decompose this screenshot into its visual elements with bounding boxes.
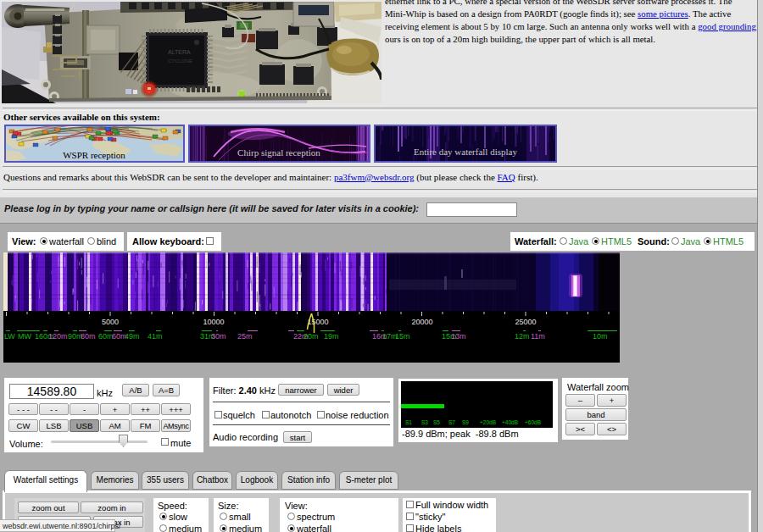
svg-text:60m: 60m (98, 332, 114, 341)
svg-text:LW: LW (4, 332, 15, 341)
svg-text:Entire day waterfall display: Entire day waterfall display (414, 147, 517, 157)
svg-text:12m: 12m (515, 332, 530, 341)
svg-text:30m: 30m (211, 332, 226, 341)
svg-text:15m: 15m (395, 332, 410, 341)
svg-text:MW: MW (18, 332, 31, 341)
svg-text:120m: 120m (48, 332, 68, 341)
svg-text:10000: 10000 (203, 318, 224, 326)
svg-text:20000: 20000 (411, 318, 432, 326)
svg-text:13m: 13m (451, 332, 466, 341)
svg-text:19m: 19m (324, 332, 339, 341)
svg-text:15000: 15000 (307, 318, 328, 326)
svg-text:5000: 5000 (102, 318, 119, 326)
svg-text:49m: 49m (125, 332, 140, 341)
svg-text:Chirp signal reception: Chirp signal reception (237, 147, 320, 158)
svg-text:25000: 25000 (515, 318, 536, 326)
svg-text:41m: 41m (148, 332, 163, 341)
svg-text:10m: 10m (593, 332, 608, 341)
svg-text:11m: 11m (531, 332, 545, 341)
svg-text:25m: 25m (237, 332, 253, 341)
svg-text:20m: 20m (304, 332, 319, 341)
svg-text:WSPR reception: WSPR reception (63, 150, 125, 160)
svg-text:80m: 80m (81, 332, 96, 341)
